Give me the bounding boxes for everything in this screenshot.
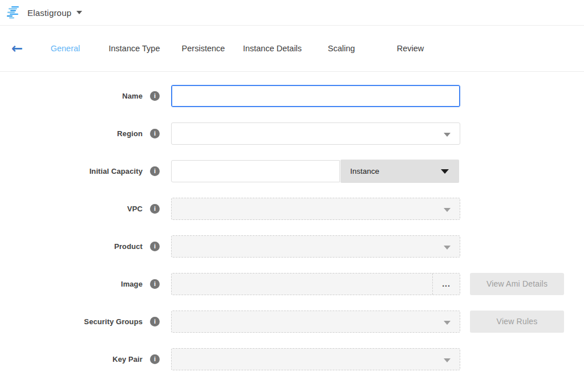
chevron-down-icon [444,246,451,250]
general-settings-form: Name i Region i Initial Capacity i Insta… [0,72,584,370]
info-icon[interactable]: i [150,279,160,289]
security-groups-row: Security Groups i View Rules [0,310,584,333]
tab-persistence[interactable]: Persistence [169,44,238,53]
name-label: Name [0,92,143,100]
info-icon[interactable]: i [150,204,160,214]
name-input[interactable] [171,85,460,107]
tab-scaling[interactable]: Scaling [307,44,376,53]
capacity-unit-value: Instance [350,167,379,175]
info-icon[interactable]: i [150,166,160,176]
name-row: Name i [0,84,584,107]
chevron-down-icon [444,358,451,362]
tab-instance-type[interactable]: Instance Type [100,44,169,53]
tab-review[interactable]: Review [376,44,445,53]
view-ami-details-button[interactable]: View Ami Details [470,273,564,295]
vpc-label: VPC [0,205,143,213]
elastigroup-logo-icon [7,6,22,19]
app-header: Elastigroup [0,0,584,26]
initial-capacity-row: Initial Capacity i Instance [0,160,584,182]
chevron-down-icon [444,208,451,212]
capacity-unit-select[interactable]: Instance [340,160,459,183]
info-icon[interactable]: i [150,317,160,326]
info-icon[interactable]: i [150,91,160,101]
wizard-tab-bar: ← General Instance Type Persistence Inst… [0,26,584,72]
app-title[interactable]: Elastigroup [27,8,71,18]
back-arrow-icon[interactable]: ← [11,42,26,55]
info-icon[interactable]: i [150,242,160,251]
product-select [171,235,460,258]
initial-capacity-label: Initial Capacity [0,167,143,175]
key-pair-row: Key Pair i [0,348,584,370]
security-groups-select [171,311,460,333]
chevron-down-icon [444,133,451,137]
image-label: Image [0,280,143,288]
tabs-container: General Instance Type Persistence Instan… [31,44,445,53]
info-icon[interactable]: i [150,129,160,138]
key-pair-select [171,348,460,370]
key-pair-label: Key Pair [0,355,143,364]
initial-capacity-input[interactable] [171,160,340,182]
tab-instance-details[interactable]: Instance Details [238,44,307,53]
region-row: Region i [0,122,584,145]
image-row: Image i ... View Ami Details [0,272,584,295]
vpc-row: VPC i [0,197,584,220]
tab-general[interactable]: General [31,44,100,53]
product-label: Product [0,242,143,251]
chevron-down-icon [444,321,451,325]
product-row: Product i [0,235,584,258]
security-groups-label: Security Groups [0,317,143,326]
chevron-down-icon[interactable] [76,11,82,14]
image-field-value [172,273,432,295]
view-rules-button[interactable]: View Rules [470,311,564,333]
browse-image-button[interactable]: ... [432,273,460,295]
region-select[interactable] [171,122,460,145]
region-label: Region [0,129,143,138]
info-icon[interactable]: i [150,354,160,364]
image-field: ... [171,273,460,295]
vpc-select [171,198,460,220]
chevron-down-icon [441,169,449,174]
